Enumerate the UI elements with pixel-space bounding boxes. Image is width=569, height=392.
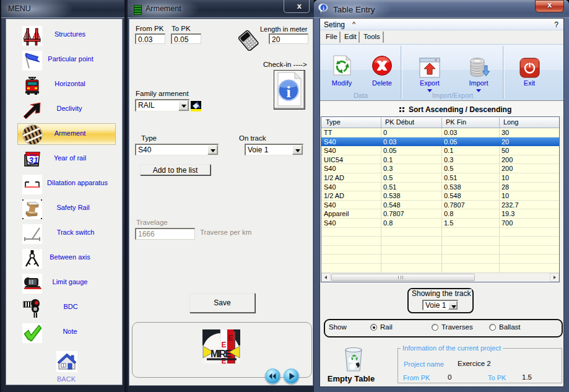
svg-text:MIRE: MIRE [211,349,232,359]
svg-text:i: i [286,83,290,101]
svg-text:E: E [222,341,227,349]
svg-text:E: E [228,334,233,342]
